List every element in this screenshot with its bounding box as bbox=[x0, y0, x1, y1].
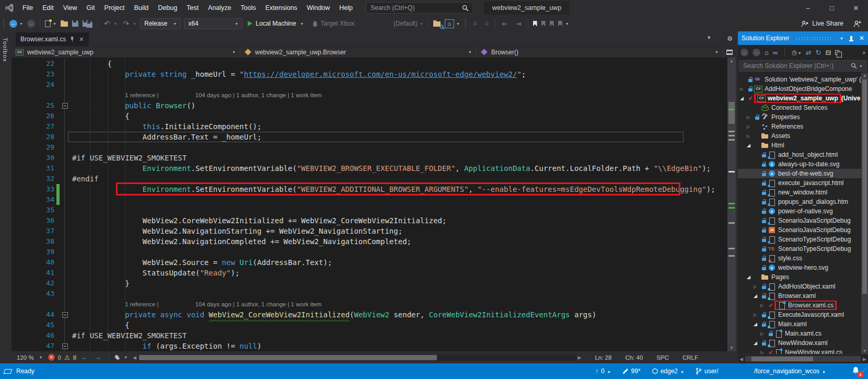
expander-open-icon[interactable]: ◢ bbox=[747, 143, 754, 148]
show-all-files-icon[interactable] bbox=[835, 50, 839, 55]
pending-changes-button[interactable]: 99* bbox=[622, 367, 641, 375]
tree-item-solution-webview2-sample-uwp-3[interactable]: Solution 'webview2_sample_uwp' (3 bbox=[738, 75, 868, 84]
code-cleanup-icon[interactable] bbox=[114, 355, 120, 360]
code-line-45[interactable]: 45 { bbox=[11, 320, 727, 330]
back-button[interactable]: ← bbox=[740, 49, 748, 56]
tab-browser-xaml-cs[interactable]: Browser.xaml.cs ✕ bbox=[16, 32, 89, 46]
maximize-button[interactable]: □ bbox=[820, 0, 844, 16]
quick-search-box[interactable]: Search (Ctrl+Q) bbox=[366, 2, 473, 14]
expander-open-icon[interactable]: ◢ bbox=[747, 274, 754, 280]
tree-item-main-xaml[interactable]: ◢Main.xaml bbox=[738, 319, 868, 329]
codelens-row[interactable]: 1 reference |104 days ago | 1 author, 1 … bbox=[11, 299, 727, 309]
code-line-33[interactable]: 33 Environment.SetEnvironmentVariable("W… bbox=[11, 184, 727, 194]
solution-configuration-dropdown[interactable]: Release▼ bbox=[140, 18, 181, 29]
refresh-icon[interactable]: ↻ bbox=[816, 49, 821, 56]
menu-tools[interactable]: Tools bbox=[236, 0, 261, 16]
new-project-button[interactable]: ▼ bbox=[43, 17, 59, 30]
increase-indent-button[interactable]: ⇥ bbox=[512, 17, 525, 30]
code-line-43[interactable]: 43 bbox=[11, 289, 727, 299]
code-line-28[interactable]: 28 AddressBar.Text = _homeUrl; bbox=[11, 132, 727, 142]
code-line-44[interactable]: 44− private async void WebView2_CoreWebV… bbox=[11, 309, 727, 320]
menu-debug[interactable]: Debug bbox=[153, 0, 182, 16]
pending-changes-filter-icon[interactable]: ◷▼ bbox=[792, 49, 802, 56]
solution-explorer-titlebar[interactable]: Solution Explorer ▼ ✕ bbox=[738, 31, 868, 45]
open-file-button[interactable] bbox=[59, 17, 70, 30]
toolbar-overflow-icon[interactable]: » bbox=[862, 50, 865, 55]
code-line-39[interactable]: 39 bbox=[11, 247, 727, 257]
pin-icon[interactable] bbox=[850, 36, 852, 40]
find-in-files-button[interactable] bbox=[431, 17, 443, 30]
menu-view[interactable]: View bbox=[59, 0, 82, 16]
toolbox-side-tab[interactable]: Toolbox bbox=[0, 31, 11, 363]
tree-item-add-host-object-html[interactable]: add_host_object.html bbox=[738, 150, 868, 159]
menu-edit[interactable]: Edit bbox=[38, 0, 59, 16]
outgoing-commits-button[interactable]: ↑0▲ bbox=[595, 367, 611, 375]
member-dropdown[interactable]: Browser() ▼ bbox=[477, 47, 723, 58]
minimize-button[interactable]: – bbox=[796, 0, 820, 16]
line-indicator[interactable]: Ln: 28 bbox=[595, 354, 611, 361]
menu-extensions[interactable]: Extensions bbox=[261, 0, 302, 16]
notifications-button[interactable]: 1 bbox=[852, 366, 860, 376]
tree-item-power-of-native-svg[interactable]: power-of-native.svg bbox=[738, 206, 868, 216]
expander-open-icon[interactable]: ◢ bbox=[740, 96, 747, 101]
redo-button[interactable]: ↷▼ bbox=[120, 17, 139, 30]
forward-button[interactable]: → bbox=[753, 49, 760, 56]
tree-item-webview-hero-svg[interactable]: webview-hero.svg bbox=[738, 263, 868, 272]
tree-item-style-css[interactable]: style.css bbox=[738, 254, 868, 263]
tree-item-webview2-sample-uwp[interactable]: ◢✓webview2_sample_uwp (Unive bbox=[738, 94, 868, 103]
tree-item-newwindow-xaml[interactable]: ◢NewWindow.xaml bbox=[738, 338, 868, 348]
repository-button[interactable]: edge2▲ bbox=[652, 367, 684, 375]
tree-vertical-scrollbar[interactable]: ▲ ▼ bbox=[861, 73, 868, 354]
deployment-target-dropdown[interactable]: (Default)▼ bbox=[391, 17, 425, 30]
expander-open-icon[interactable]: ◢ bbox=[754, 293, 760, 298]
tree-item-addhostobject-xaml[interactable]: ▷AddHostObject.xaml bbox=[738, 282, 868, 291]
previous-bookmark-button[interactable] bbox=[539, 17, 548, 30]
expander-open-icon[interactable]: ◢ bbox=[754, 321, 760, 327]
window-position-dropdown-icon[interactable]: ▼ bbox=[840, 37, 843, 40]
menu-analyze[interactable]: Analyze bbox=[203, 0, 236, 16]
tree-item-references[interactable]: ▷References bbox=[738, 122, 868, 131]
code-line-22[interactable]: 22 { bbox=[11, 59, 727, 69]
column-indicator[interactable]: Ch: 40 bbox=[625, 354, 643, 361]
code-line-29[interactable]: 29 bbox=[11, 142, 727, 153]
code-line-47[interactable]: 47− if (args.Exception != null) bbox=[11, 341, 727, 351]
code-line-36[interactable]: 36 WebView2.CoreWebView2Initialized += W… bbox=[11, 215, 727, 226]
window-options-gear-icon[interactable]: ⚙ bbox=[727, 35, 733, 42]
code-line-27[interactable]: 27 this.InitializeComponent(); bbox=[11, 121, 727, 132]
next-bookmark-button[interactable] bbox=[548, 17, 556, 30]
comment-button[interactable]: ≡ bbox=[469, 17, 481, 30]
tree-item-scenariotypescriptdebug[interactable]: ScenarioTypeScriptDebug bbox=[738, 235, 868, 244]
code-line-25[interactable]: 25− public Browser() bbox=[11, 100, 727, 111]
code-line-26[interactable]: 26 { bbox=[11, 111, 727, 121]
collapse-region-icon[interactable]: − bbox=[62, 343, 68, 349]
code-line-32[interactable]: 32#endif bbox=[11, 174, 727, 184]
live-share-button[interactable]: Live Share bbox=[801, 20, 868, 28]
solution-platform-dropdown[interactable]: x64▼ bbox=[184, 18, 242, 29]
spaces-indicator[interactable]: SPC bbox=[656, 354, 669, 361]
tab-list-dropdown-icon[interactable]: ▼ bbox=[707, 35, 711, 42]
home-icon[interactable]: ⌂ bbox=[765, 49, 769, 56]
save-all-button[interactable] bbox=[80, 17, 95, 30]
menu-test[interactable]: Test bbox=[182, 0, 203, 16]
tree-item-always-up-to-date-svg[interactable]: always-up-to-date.svg bbox=[738, 159, 868, 169]
expander-closed-icon[interactable]: ▷ bbox=[747, 124, 754, 129]
expander-closed-icon[interactable]: ▷ bbox=[760, 331, 767, 336]
expander-closed-icon[interactable]: ▷ bbox=[760, 350, 767, 354]
menu-file[interactable]: File bbox=[18, 0, 38, 16]
code-line-41[interactable]: 41 StatusUpdate("Ready"); bbox=[11, 268, 727, 278]
code-line-23[interactable]: 23 private string _homeUrl = "https://de… bbox=[11, 69, 727, 79]
tree-item-main-xaml-cs[interactable]: ▷Main.xaml.cs bbox=[738, 329, 868, 338]
tab-close-icon[interactable]: ✕ bbox=[79, 36, 84, 43]
tree-item-newwindow-xaml-cs[interactable]: ▷✓NewWindow.xaml.cs bbox=[738, 348, 868, 354]
sync-with-active-document-icon[interactable]: ⇄ bbox=[806, 49, 812, 56]
tree-item-execute-javascript-html[interactable]: execute_javascript.html bbox=[738, 178, 868, 188]
tree-item-properties[interactable]: ▷Properties bbox=[738, 112, 868, 122]
code-line-24[interactable]: 24 bbox=[11, 79, 727, 90]
collapse-region-icon[interactable]: − bbox=[62, 312, 68, 318]
expander-closed-icon[interactable]: ▷ bbox=[747, 115, 754, 120]
collapse-all-icon[interactable]: ⊟ bbox=[826, 49, 831, 56]
tree-horizontal-scrollbar[interactable]: ◀ ▶ bbox=[738, 354, 868, 363]
expander-open-icon[interactable]: ◢ bbox=[754, 340, 760, 346]
tree-item-browser-xaml-cs[interactable]: ▷✓Browser.xaml.cs bbox=[738, 301, 868, 310]
uncomment-button[interactable]: ≡ bbox=[481, 17, 492, 30]
